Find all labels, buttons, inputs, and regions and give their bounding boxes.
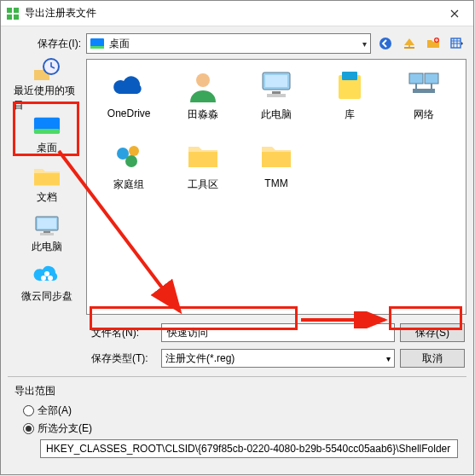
svg-rect-13 xyxy=(38,218,56,229)
desktop-icon xyxy=(90,38,104,49)
save-in-combo[interactable]: 桌面 ▾ xyxy=(86,33,371,54)
svg-rect-22 xyxy=(272,91,281,94)
up-button[interactable] xyxy=(400,34,419,53)
save-in-row: 保存在(I): 桌面 ▾ xyxy=(8,33,466,54)
branch-path-value: HKEY_CLASSES_ROOT\CLSID\{679f85cb-0220-4… xyxy=(46,443,450,455)
close-button[interactable] xyxy=(436,1,473,26)
radio-icon xyxy=(23,405,34,416)
window-title: 导出注册表文件 xyxy=(25,6,436,20)
filename-input[interactable]: 快速访问 xyxy=(161,323,395,342)
places-documents[interactable]: 文档 xyxy=(13,161,81,207)
svg-point-31 xyxy=(125,155,137,167)
item-onedrive[interactable]: OneDrive xyxy=(94,68,164,128)
places-documents-label: 文档 xyxy=(37,190,57,205)
folder-icon xyxy=(185,138,221,174)
cancel-button[interactable]: 取消 xyxy=(400,349,465,368)
svg-rect-0 xyxy=(7,8,12,13)
svg-rect-5 xyxy=(404,47,414,49)
filetype-value: 注册文件(*.reg) xyxy=(165,351,235,366)
separator xyxy=(8,376,466,377)
monitor-icon xyxy=(33,214,61,238)
new-folder-button[interactable] xyxy=(424,34,443,53)
item-folder-tools[interactable]: 工具区 xyxy=(167,138,237,198)
svg-point-18 xyxy=(44,271,49,276)
item-thispc[interactable]: 此电脑 xyxy=(241,68,311,128)
places-recent-label: 最近使用的项目 xyxy=(14,84,80,113)
filetype-label: 保存类型(T): xyxy=(91,351,156,366)
filename-label: 文件名(N): xyxy=(91,326,156,340)
export-section: 导出范围 全部(A) 所选分支(E) HKEY_CLASSES_ROOT\CLS… xyxy=(8,382,466,465)
item-folder-tmm[interactable]: TMM xyxy=(241,138,311,198)
places-desktop-label: 桌面 xyxy=(37,141,57,155)
places-thispc-label: 此电脑 xyxy=(32,240,62,254)
svg-rect-14 xyxy=(43,231,50,233)
svg-rect-28 xyxy=(413,89,435,93)
dialog-body: 保存在(I): 桌面 ▾ xyxy=(1,26,473,474)
filetype-row: 保存类型(T): 注册文件(*.reg) ▾ 取消 xyxy=(91,349,465,368)
item-homegroup[interactable]: 家庭组 xyxy=(94,138,164,198)
cloud-icon xyxy=(33,264,61,287)
svg-rect-3 xyxy=(14,15,19,20)
svg-rect-2 xyxy=(7,15,12,20)
svg-rect-26 xyxy=(409,73,423,84)
filetype-combo[interactable]: 注册文件(*.reg) ▾ xyxy=(161,349,395,368)
places-bar: 最近使用的项目 桌面 文档 xyxy=(8,59,86,315)
item-label: 库 xyxy=(345,107,355,122)
item-label: 此电脑 xyxy=(261,107,292,122)
back-button[interactable] xyxy=(376,34,395,53)
folder-icon xyxy=(33,165,61,189)
file-pane[interactable]: OneDrive 田淼淼 此电脑 库 xyxy=(86,59,466,315)
dialog-window: 导出注册表文件 保存在(I): 桌面 ▾ xyxy=(0,0,474,475)
item-label: 田淼淼 xyxy=(188,107,218,122)
svg-rect-27 xyxy=(425,73,438,84)
branch-path-input[interactable]: HKEY_CLASSES_ROOT\CLSID\{679f85cb-0220-4… xyxy=(40,439,458,458)
clock-icon xyxy=(33,58,61,82)
svg-rect-23 xyxy=(267,94,286,97)
svg-rect-25 xyxy=(342,72,357,80)
save-button[interactable]: 保存(S) xyxy=(400,323,465,342)
user-icon xyxy=(185,68,221,104)
export-title: 导出范围 xyxy=(14,384,460,398)
libraries-icon xyxy=(332,68,368,104)
places-cloud-label: 微云同步盘 xyxy=(21,289,72,304)
cloud-icon xyxy=(111,68,147,104)
item-libraries[interactable]: 库 xyxy=(315,68,385,128)
item-user[interactable]: 田淼淼 xyxy=(167,68,237,128)
file-grid: OneDrive 田淼淼 此电脑 库 xyxy=(94,68,459,198)
item-label: TMM xyxy=(264,177,287,189)
view-menu-button[interactable] xyxy=(448,34,466,53)
svg-rect-1 xyxy=(14,8,19,13)
svg-point-4 xyxy=(379,38,391,49)
places-desktop[interactable]: 桌面 xyxy=(13,112,81,158)
filename-row: 文件名(N): 快速访问 保存(S) xyxy=(91,323,465,342)
radio-all-label: 全部(A) xyxy=(38,403,72,418)
radio-branch[interactable]: 所选分支(E) xyxy=(23,421,460,436)
svg-rect-15 xyxy=(40,233,54,235)
item-label: 工具区 xyxy=(188,177,218,192)
radio-all[interactable]: 全部(A) xyxy=(23,403,460,418)
filename-value: 快速访问 xyxy=(167,326,208,340)
places-cloud[interactable]: 微云同步盘 xyxy=(13,260,81,306)
item-label: 网络 xyxy=(414,107,434,122)
svg-point-30 xyxy=(129,146,139,156)
svg-point-16 xyxy=(41,276,46,281)
monitor-icon xyxy=(258,68,294,104)
radio-branch-label: 所选分支(E) xyxy=(38,421,92,436)
svg-rect-21 xyxy=(265,75,287,87)
bottom-inputs: 文件名(N): 快速访问 保存(S) 保存类型(T): 注册文件(*.reg) … xyxy=(86,315,466,371)
places-recent[interactable]: 最近使用的项目 xyxy=(13,62,81,108)
app-icon xyxy=(6,7,20,20)
folder-icon xyxy=(258,138,294,174)
save-button-label: 保存(S) xyxy=(415,326,449,340)
radio-icon xyxy=(23,423,34,434)
item-network[interactable]: 网络 xyxy=(389,68,459,128)
places-thispc[interactable]: 此电脑 xyxy=(13,211,81,257)
middle-row: 最近使用的项目 桌面 文档 xyxy=(8,59,466,315)
homegroup-icon xyxy=(111,138,147,174)
save-in-label: 保存在(I): xyxy=(8,37,81,51)
cancel-button-label: 取消 xyxy=(422,351,443,366)
desktop-large-icon xyxy=(33,115,61,139)
network-icon xyxy=(406,68,442,104)
titlebar: 导出注册表文件 xyxy=(1,1,473,26)
chevron-down-icon: ▾ xyxy=(386,354,391,363)
